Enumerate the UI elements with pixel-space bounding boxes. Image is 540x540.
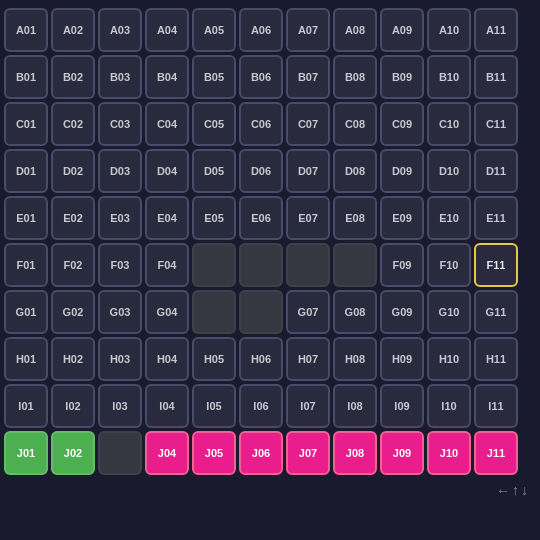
- seat-I03[interactable]: I03: [98, 384, 142, 428]
- seat-I05[interactable]: I05: [192, 384, 236, 428]
- seat-A07[interactable]: A07: [286, 8, 330, 52]
- seat-A09[interactable]: A09: [380, 8, 424, 52]
- seat-G02[interactable]: G02: [51, 290, 95, 334]
- seat-C11[interactable]: C11: [474, 102, 518, 146]
- seat-I04[interactable]: I04: [145, 384, 189, 428]
- seat-B03[interactable]: B03: [98, 55, 142, 99]
- seat-F08[interactable]: [333, 243, 377, 287]
- seat-E08[interactable]: E08: [333, 196, 377, 240]
- seat-B04[interactable]: B04: [145, 55, 189, 99]
- seat-H02[interactable]: H02: [51, 337, 95, 381]
- seat-J09[interactable]: J09: [380, 431, 424, 475]
- scroll-down-icon[interactable]: ↓: [521, 483, 528, 499]
- scroll-up-icon[interactable]: ↑: [512, 483, 519, 499]
- seat-D10[interactable]: D10: [427, 149, 471, 193]
- seat-A03[interactable]: A03: [98, 8, 142, 52]
- seat-E10[interactable]: E10: [427, 196, 471, 240]
- seat-B08[interactable]: B08: [333, 55, 377, 99]
- seat-H09[interactable]: H09: [380, 337, 424, 381]
- seat-D04[interactable]: D04: [145, 149, 189, 193]
- seat-E02[interactable]: E02: [51, 196, 95, 240]
- seat-B07[interactable]: B07: [286, 55, 330, 99]
- seat-D07[interactable]: D07: [286, 149, 330, 193]
- seat-I01[interactable]: I01: [4, 384, 48, 428]
- seat-I10[interactable]: I10: [427, 384, 471, 428]
- seat-J07[interactable]: J07: [286, 431, 330, 475]
- seat-F07[interactable]: [286, 243, 330, 287]
- seat-F10[interactable]: F10: [427, 243, 471, 287]
- seat-C01[interactable]: C01: [4, 102, 48, 146]
- seat-A05[interactable]: A05: [192, 8, 236, 52]
- seat-F01[interactable]: F01: [4, 243, 48, 287]
- seat-E03[interactable]: E03: [98, 196, 142, 240]
- seat-H01[interactable]: H01: [4, 337, 48, 381]
- seat-F06[interactable]: [239, 243, 283, 287]
- seat-H04[interactable]: H04: [145, 337, 189, 381]
- seat-F05[interactable]: [192, 243, 236, 287]
- seat-H07[interactable]: H07: [286, 337, 330, 381]
- seat-G08[interactable]: G08: [333, 290, 377, 334]
- seat-J02[interactable]: J02: [51, 431, 95, 475]
- seat-A02[interactable]: A02: [51, 8, 95, 52]
- seat-E09[interactable]: E09: [380, 196, 424, 240]
- seat-G07[interactable]: G07: [286, 290, 330, 334]
- seat-A08[interactable]: A08: [333, 8, 377, 52]
- seat-A04[interactable]: A04: [145, 8, 189, 52]
- seat-D09[interactable]: D09: [380, 149, 424, 193]
- seat-J10[interactable]: J10: [427, 431, 471, 475]
- seat-J04[interactable]: J04: [145, 431, 189, 475]
- seat-F04[interactable]: F04: [145, 243, 189, 287]
- seat-C10[interactable]: C10: [427, 102, 471, 146]
- seat-I09[interactable]: I09: [380, 384, 424, 428]
- seat-B02[interactable]: B02: [51, 55, 95, 99]
- seat-H08[interactable]: H08: [333, 337, 377, 381]
- seat-D08[interactable]: D08: [333, 149, 377, 193]
- seat-I08[interactable]: I08: [333, 384, 377, 428]
- seat-J08[interactable]: J08: [333, 431, 377, 475]
- seat-B01[interactable]: B01: [4, 55, 48, 99]
- seat-J01[interactable]: J01: [4, 431, 48, 475]
- seat-A11[interactable]: A11: [474, 8, 518, 52]
- seat-H11[interactable]: H11: [474, 337, 518, 381]
- seat-E06[interactable]: E06: [239, 196, 283, 240]
- seat-G01[interactable]: G01: [4, 290, 48, 334]
- seat-C07[interactable]: C07: [286, 102, 330, 146]
- seat-H03[interactable]: H03: [98, 337, 142, 381]
- seat-F03[interactable]: F03: [98, 243, 142, 287]
- seat-B11[interactable]: B11: [474, 55, 518, 99]
- seat-J11[interactable]: J11: [474, 431, 518, 475]
- seat-C05[interactable]: C05: [192, 102, 236, 146]
- seat-D11[interactable]: D11: [474, 149, 518, 193]
- seat-G11[interactable]: G11: [474, 290, 518, 334]
- seat-I07[interactable]: I07: [286, 384, 330, 428]
- seat-G10[interactable]: G10: [427, 290, 471, 334]
- seat-D02[interactable]: D02: [51, 149, 95, 193]
- seat-A01[interactable]: A01: [4, 8, 48, 52]
- seat-H10[interactable]: H10: [427, 337, 471, 381]
- seat-H06[interactable]: H06: [239, 337, 283, 381]
- seat-G09[interactable]: G09: [380, 290, 424, 334]
- seat-D06[interactable]: D06: [239, 149, 283, 193]
- seat-B06[interactable]: B06: [239, 55, 283, 99]
- seat-H05[interactable]: H05: [192, 337, 236, 381]
- seat-J06[interactable]: J06: [239, 431, 283, 475]
- seat-C09[interactable]: C09: [380, 102, 424, 146]
- seat-I11[interactable]: I11: [474, 384, 518, 428]
- seat-G03[interactable]: G03: [98, 290, 142, 334]
- seat-C03[interactable]: C03: [98, 102, 142, 146]
- seat-F09[interactable]: F09: [380, 243, 424, 287]
- seat-E01[interactable]: E01: [4, 196, 48, 240]
- scroll-arrows[interactable]: ← ↑ ↓: [496, 483, 528, 499]
- seat-C06[interactable]: C06: [239, 102, 283, 146]
- seat-D03[interactable]: D03: [98, 149, 142, 193]
- seat-C08[interactable]: C08: [333, 102, 377, 146]
- seat-D01[interactable]: D01: [4, 149, 48, 193]
- seat-C04[interactable]: C04: [145, 102, 189, 146]
- seat-J05[interactable]: J05: [192, 431, 236, 475]
- seat-E05[interactable]: E05: [192, 196, 236, 240]
- seat-C02[interactable]: C02: [51, 102, 95, 146]
- seat-E04[interactable]: E04: [145, 196, 189, 240]
- seat-E07[interactable]: E07: [286, 196, 330, 240]
- seat-B09[interactable]: B09: [380, 55, 424, 99]
- seat-G05[interactable]: [192, 290, 236, 334]
